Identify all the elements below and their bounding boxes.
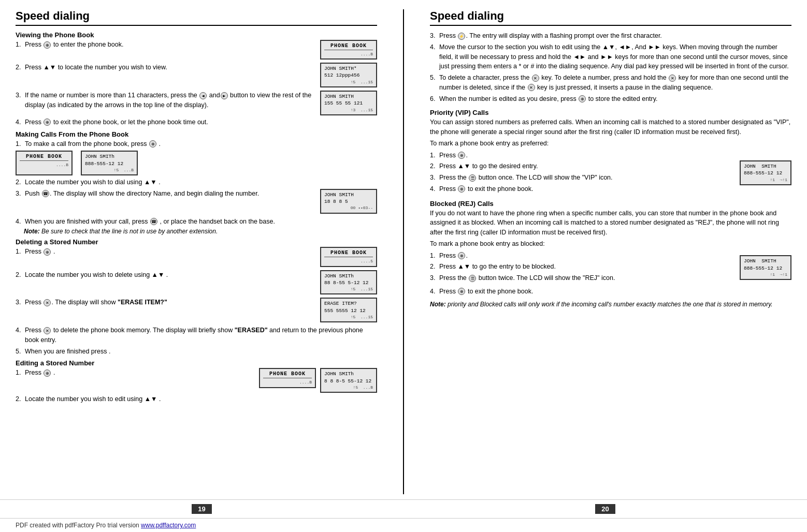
lcd-phone-book-delete1: PHONE BOOK ....5 [320, 247, 377, 267]
view-item-2: 2. Press ▲▼ to locate the number you wis… [16, 63, 377, 87]
making-lcd-row: PHONE BOOK ....B JOHN SMITh 888-555-12 1… [16, 151, 377, 175]
lcd-john-smith-888-edit: JOHN SMITh 8 8 8-5 55-12 12 ↑5 ...B [320, 368, 377, 393]
right-column: Speed dialing 3. Press ⚡. The entry will… [430, 9, 791, 494]
making-note: Note: Be sure to check that the line is … [24, 228, 377, 235]
footer-text: PDF created with pdfFactory Pro trial ve… [16, 522, 141, 529]
talk-icon-1: ☎ [42, 190, 49, 197]
view-item-1: 1. Press ⊕ to enter the phone book. PHON… [16, 40, 377, 60]
blocked-body-1: If you do not want to have the phone rin… [430, 209, 791, 238]
view-item-3: 3. If the name or number is more than 11… [16, 91, 377, 115]
delete-item-2: 2. Locate the number you wish to delete … [16, 270, 377, 295]
blocked-note: Note: priority and Blocked calls will on… [430, 301, 791, 308]
main-content: Speed dialing Viewing the Phone Book 1. … [0, 0, 807, 499]
priority-heading: Priority (VIP) Calls [430, 109, 791, 116]
dir-save-icon-4: ⊕ [44, 370, 51, 377]
talk-icon-2: ☎ [150, 218, 157, 225]
view-item-4: 4. Press ⊕ to exit the phone book, or le… [16, 117, 377, 127]
blocked-item-3: 3. Press the ☰ button twice. The LCD wil… [430, 273, 731, 283]
dir-save-icon-5: ⊕ [579, 95, 586, 102]
priority-body-2: To mark a phone book entry as preferred: [430, 139, 791, 149]
erase-icon-4: ✕ [669, 75, 676, 82]
erase-icon-3: ✕ [532, 75, 539, 82]
dir-save-icon-1: ⊕ [44, 41, 51, 49]
footer-link[interactable]: www.pdffactory.com [141, 522, 196, 529]
right-item-6: 6. When the number is edited as you desi… [430, 94, 791, 104]
viewing-heading: Viewing the Phone Book [16, 31, 377, 39]
editing-section: Editing a Stored Number 1. Press ⊕ . PHO… [16, 359, 377, 404]
page-num-left: 19 [192, 504, 211, 514]
priority-item-2: 2. Press ▲▼ to go the desired entry. [430, 161, 731, 171]
lcd-phone-book-making: PHONE BOOK ....B [16, 151, 73, 175]
dir-save-icon-2: ⊕ [149, 140, 156, 147]
menu-icon-2: ☰ [469, 275, 476, 282]
lcd-erase-item: ERASE ITEM? 555 5555 12 12 ↑5 ...15 [320, 298, 377, 322]
priority-item-1: 1. Press ⊕. [430, 151, 731, 160]
blocked-items-row: 1. Press ⊕. 2. Press ▲▼ to go the entry … [430, 251, 791, 285]
edit-item-1: 1. Press ⊕ . PHONE BOOK ....B JOHN SMITh… [16, 368, 377, 393]
viewing-phone-book-section: Viewing the Phone Book 1. Press ⊕ to ent… [16, 31, 377, 127]
blocked-item-2: 2. Press ▲▼ to go the entry to be blocke… [430, 262, 731, 272]
lcd-john-smith-888-rej: JOHN SMITH 888-555-12 12 ↑1 →↑1 [740, 255, 791, 280]
left-column: Speed dialing Viewing the Phone Book 1. … [16, 9, 377, 494]
priority-items-text: 1. Press ⊕. 2. Press ▲▼ to go the desire… [430, 151, 731, 196]
dir-save-icon-7: ⊕ [458, 185, 465, 193]
priority-section: Priority (VIP) Calls You can assign stor… [430, 109, 791, 195]
making-calls-heading: Making Calls From the Phone Book [16, 130, 377, 138]
blocked-item-4: 4. Press ⊕ to exit the phone book. [430, 287, 791, 297]
blocked-heading: Blocked (REJ) Calls [430, 200, 791, 208]
page-numbers-row: 19 20 [0, 499, 807, 518]
lcd-phone-book-empty: PHONE BOOK ....B [320, 40, 377, 60]
blocked-body-2: To mark a phone book entry as blocked: [430, 239, 791, 249]
dir-icon-2: ⊕ [44, 119, 51, 126]
left-title: Speed dialing [16, 9, 377, 26]
delete-item-5: 5. When you are finished press . [16, 347, 377, 357]
priority-item-4: 4. Press ⊕ to exit the phone book. [430, 184, 731, 194]
blocked-section: Blocked (REJ) Calls If you do not want t… [430, 200, 791, 308]
making-calls-section: Making Calls From the Phone Book 1. To m… [16, 130, 377, 235]
priority-body-1: You can assign stored numbers as preferr… [430, 117, 791, 137]
menu-icon-1: ☰ [469, 174, 476, 182]
delete-item-1: 1. Press ⊕ . PHONE BOOK ....5 [16, 247, 377, 267]
lcd-john-smith-888-making: JOHN SMITh 888-555-12 12 ↑5 ...B [81, 151, 138, 175]
delete-item-3: 3. Press ✕. The display will show "ERASE… [16, 298, 377, 322]
making-item-4: 4. When you are finished with your call,… [16, 217, 377, 227]
dir-save-icon-8: ⊕ [458, 252, 465, 259]
page-container: Speed dialing Viewing the Phone Book 1. … [0, 0, 807, 532]
lcd-john-smith-888-delete: JOHN SMITh 88 8-55 5-12 12 ↑5 ...15 [320, 270, 377, 295]
erase-icon-1: ✕ [44, 299, 51, 306]
priority-items-row: 1. Press ⊕. 2. Press ▲▼ to go the desire… [430, 151, 791, 196]
making-item-1: 1. To make a call from the phone book, p… [16, 139, 377, 149]
blocked-item-1: 1. Press ⊕. [430, 251, 731, 261]
fwd-icon-1: ► [221, 92, 228, 99]
deleting-heading: Deleting a Stored Number [16, 238, 377, 246]
delete-item-4: 4. Press ✕ to delete the phone book memo… [16, 326, 377, 345]
blocked-items-text: 1. Press ⊕. 2. Press ▲▼ to go the entry … [430, 251, 731, 285]
erase-icon-5: ✕ [528, 84, 535, 91]
deleting-section: Deleting a Stored Number 1. Press ⊕ . PH… [16, 238, 377, 356]
lcd-john-smith-155: JOHN SMITH 155 55 55 121 ↑3 ...15 [320, 91, 377, 115]
lcd-john-smith-512: JOHN SMITH* 512 12ppp456 ↑5 ...15 [320, 63, 377, 87]
right-item-5: 5. To delete a character, press the ✕ ke… [430, 73, 791, 93]
dir-flash-icon: ⚡ [458, 33, 465, 40]
editing-heading: Editing a Stored Number [16, 359, 377, 367]
lcd-phone-book-edit: PHONE BOOK ....B [259, 368, 316, 388]
dir-save-icon-6: ⊕ [458, 152, 465, 159]
right-title: Speed dialing [430, 9, 791, 26]
priority-item-3: 3. Press the ☰ button once. The LCD will… [430, 173, 731, 183]
footer: PDF created with pdfFactory Pro trial ve… [0, 518, 807, 532]
right-item-4: 4. Move the cursor to the section you wi… [430, 42, 791, 71]
back-icon-1: ◄ [199, 92, 207, 99]
lcd-john-smith-18885: JOHN SMITH 18 8 8 5 00 ••03-- [320, 189, 377, 214]
making-item-2: 2. Locate the number you wish to dial us… [16, 178, 377, 187]
right-item-3: 3. Press ⚡. The entry will display with … [430, 31, 791, 41]
dir-save-icon-3: ⊕ [44, 248, 51, 256]
dir-save-icon-9: ⊕ [458, 288, 465, 295]
making-item-3: 3. Push ☎. The display will show the dir… [16, 189, 377, 214]
edit-item-2: 2. Locate the number you wish to edit us… [16, 394, 377, 404]
column-divider [403, 9, 404, 494]
page-num-right: 20 [595, 504, 615, 514]
lcd-john-smith-888-vip: JOHN SMITH 888-555-12 12 ↑1 →↑1 [740, 160, 791, 185]
erase-icon-2: ✕ [44, 327, 51, 334]
